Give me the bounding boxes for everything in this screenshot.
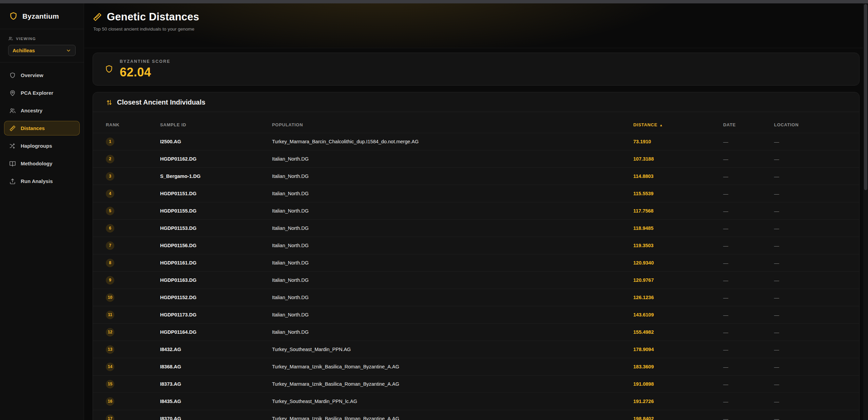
table-row[interactable]: 2HGDP01162.DGItalian_North.DG107.3188—— <box>93 150 859 167</box>
rank-cell: 10 <box>106 293 160 302</box>
cell-distance: 183.3609 <box>633 364 723 369</box>
rank-badge: 7 <box>106 241 114 250</box>
rank-badge: 17 <box>106 415 114 420</box>
viewing-label-text: VIEWING <box>16 37 36 41</box>
cell-population: Turkey_Marmara_Barcin_Chalcolithic_dup.I… <box>272 139 633 144</box>
rank-cell: 7 <box>106 241 160 250</box>
upload-icon <box>9 178 16 185</box>
branch-icon <box>9 143 16 149</box>
cell-date: — <box>723 399 774 404</box>
sidebar-item-haplogroups[interactable]: Haplogroups <box>4 139 80 153</box>
cell-location: — <box>774 208 859 214</box>
cell-date: — <box>723 347 774 352</box>
users-icon <box>9 107 16 114</box>
rank-badge: 12 <box>106 328 114 336</box>
cell-sample-id: HGDP01173.DG <box>160 312 272 317</box>
rank-cell: 8 <box>106 259 160 267</box>
table-row[interactable]: 17I8370.AGTurkey_Marmara_Iznik_Basilica_… <box>93 410 859 420</box>
table-row[interactable]: 13I8432.AGTurkey_Southeast_Mardin_PPN.AG… <box>93 341 859 358</box>
table-row[interactable]: 4HGDP01151.DGItalian_North.DG115.5539—— <box>93 185 859 202</box>
table-row[interactable]: 8HGDP01161.DGItalian_North.DG120.9340—— <box>93 254 859 271</box>
cell-population: Italian_North.DG <box>272 156 633 162</box>
sidebar-item-label: Methodology <box>21 161 52 166</box>
table-row[interactable]: 12HGDP01164.DGItalian_North.DG155.4982—— <box>93 323 859 341</box>
cell-distance: 178.9094 <box>633 347 723 352</box>
shield-icon <box>104 65 114 74</box>
cell-location: — <box>774 243 859 249</box>
users-icon <box>8 36 13 41</box>
table-row[interactable]: 6HGDP01153.DGItalian_North.DG118.9485—— <box>93 219 859 237</box>
cell-distance: 191.2726 <box>633 399 723 404</box>
rank-badge: 15 <box>106 380 114 388</box>
rank-cell: 16 <box>106 397 160 406</box>
column-header-distance[interactable]: DISTANCE▲ <box>633 122 723 127</box>
sidebar-item-pca-explorer[interactable]: PCA Explorer <box>4 86 80 100</box>
rank-badge: 4 <box>106 189 114 198</box>
rank-badge: 14 <box>106 363 114 371</box>
cell-location: — <box>774 174 859 179</box>
table-row[interactable]: 9HGDP01163.DGItalian_North.DG120.9767—— <box>93 271 859 289</box>
cell-sample-id: HGDP01152.DG <box>160 295 272 300</box>
cell-date: — <box>723 416 774 420</box>
scrollbar-thumb[interactable] <box>864 4 867 190</box>
shield-icon <box>9 72 16 79</box>
table-row[interactable]: 15I8373.AGTurkey_Marmara_Iznik_Basilica_… <box>93 375 859 392</box>
main-content: Genetic Distances Top 50 closest ancient… <box>84 3 868 420</box>
rank-cell: 17 <box>106 415 160 420</box>
profile-name: Achilleas <box>13 48 35 53</box>
table-row[interactable]: 10HGDP01152.DGItalian_North.DG126.1236—— <box>93 289 859 306</box>
cell-sample-id: HGDP01163.DG <box>160 277 272 283</box>
rank-cell: 15 <box>106 380 160 388</box>
cell-population: Italian_North.DG <box>272 329 633 335</box>
sidebar-item-label: Ancestry <box>21 108 42 113</box>
table-row[interactable]: 14I8368.AGTurkey_Marmara_Iznik_Basilica_… <box>93 358 859 375</box>
cell-date: — <box>723 174 774 179</box>
app-logo: Byzantium <box>0 3 84 29</box>
cell-location: — <box>774 156 859 162</box>
column-header-date[interactable]: DATE <box>723 122 774 127</box>
cell-date: — <box>723 243 774 249</box>
rank-badge: 8 <box>106 259 114 267</box>
column-header-rank[interactable]: RANK <box>106 122 160 127</box>
cell-location: — <box>774 347 859 352</box>
table-body: 1I2500.AGTurkey_Marmara_Barcin_Chalcolit… <box>93 133 859 420</box>
rank-badge: 13 <box>106 345 114 354</box>
column-header-population[interactable]: POPULATION <box>272 122 633 127</box>
sort-arrows-icon <box>106 99 113 106</box>
rank-cell: 11 <box>106 311 160 319</box>
map-pin-icon <box>9 90 16 96</box>
table-row[interactable]: 3S_Bergamo-1.DGItalian_North.DG114.8803—… <box>93 167 859 185</box>
table-row[interactable]: 7HGDP01156.DGItalian_North.DG119.3503—— <box>93 237 859 254</box>
cell-distance: 114.8803 <box>633 174 723 179</box>
cell-distance: 118.9485 <box>633 225 723 231</box>
table-row[interactable]: 16I8435.AGTurkey_Southeast_Mardin_PPN_lc… <box>93 392 859 410</box>
column-header-location[interactable]: LOCATION <box>774 122 859 127</box>
cell-distance: 126.1236 <box>633 295 723 300</box>
table-row[interactable]: 1I2500.AGTurkey_Marmara_Barcin_Chalcolit… <box>93 133 859 150</box>
profile-selector[interactable]: Achilleas <box>8 45 76 56</box>
table-row[interactable]: 5HGDP01155.DGItalian_North.DG117.7568—— <box>93 202 859 219</box>
sidebar-item-run-analysis[interactable]: Run Analysis <box>4 174 80 188</box>
cell-location: — <box>774 381 859 387</box>
sidebar-item-ancestry[interactable]: Ancestry <box>4 103 80 118</box>
cell-distance: 117.7568 <box>633 208 723 214</box>
cell-sample-id: I8432.AG <box>160 347 272 352</box>
cell-location: — <box>774 277 859 283</box>
cell-location: — <box>774 329 859 335</box>
sidebar-item-methodology[interactable]: Methodology <box>4 156 80 171</box>
cell-sample-id: HGDP01153.DG <box>160 225 272 231</box>
cell-distance: 115.5539 <box>633 191 723 196</box>
vertical-scrollbar[interactable] <box>863 3 868 420</box>
table-row[interactable]: 11HGDP01173.DGItalian_North.DG143.6109—— <box>93 306 859 323</box>
column-header-sample-id[interactable]: SAMPLE ID <box>160 122 272 127</box>
cell-population: Turkey_Marmara_Iznik_Basilica_Roman_Byza… <box>272 416 633 420</box>
book-icon <box>9 160 16 167</box>
cell-population: Turkey_Southeast_Mardin_PPN.AG <box>272 347 633 352</box>
sidebar-item-distances[interactable]: Distances <box>4 121 80 135</box>
rank-badge: 2 <box>106 155 114 163</box>
distances-table-card: Closest Ancient Individuals RANK SAMPLE … <box>93 92 860 420</box>
sidebar-item-overview[interactable]: Overview <box>4 68 80 83</box>
cell-date: — <box>723 364 774 370</box>
rank-badge: 1 <box>106 138 114 146</box>
sidebar-nav: OverviewPCA ExplorerAncestryDistancesHap… <box>0 62 84 194</box>
